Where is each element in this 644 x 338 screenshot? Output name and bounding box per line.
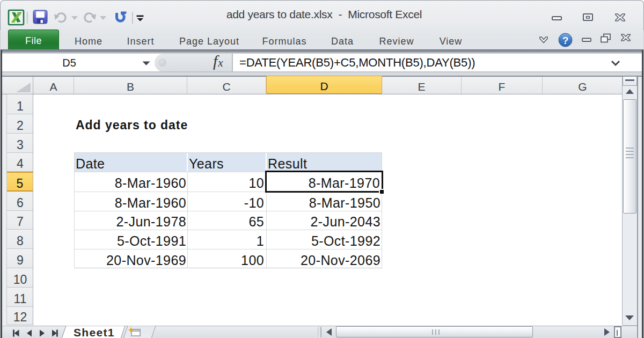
svg-text:?: ? — [562, 35, 569, 46]
